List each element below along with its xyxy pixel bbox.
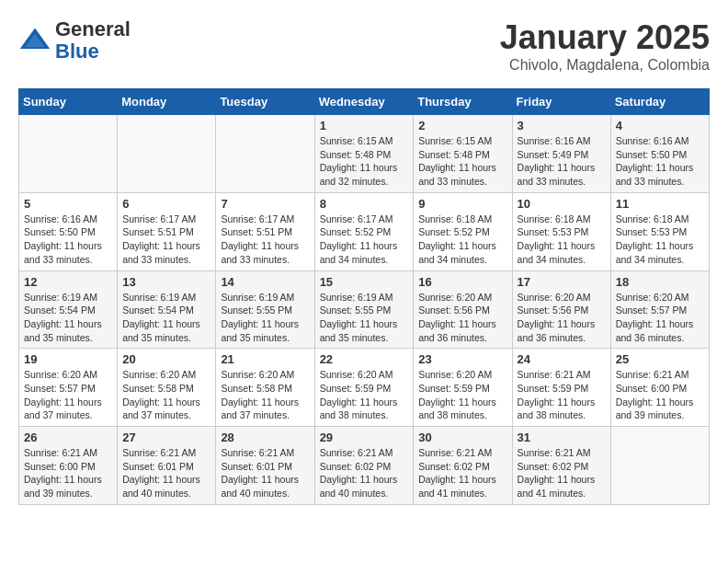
month-title: January 2025 bbox=[500, 18, 710, 57]
calendar-cell: 3Sunrise: 6:16 AM Sunset: 5:49 PM Daylig… bbox=[512, 115, 610, 193]
day-info: Sunrise: 6:21 AM Sunset: 6:01 PM Dayligh… bbox=[221, 446, 309, 500]
day-number: 1 bbox=[320, 119, 409, 132]
day-number: 2 bbox=[418, 119, 506, 132]
day-number: 6 bbox=[122, 197, 210, 211]
logo-blue-text: Blue bbox=[55, 40, 99, 63]
calendar-cell: 21Sunrise: 6:20 AM Sunset: 5:58 PM Dayli… bbox=[216, 349, 314, 427]
calendar-cell: 12Sunrise: 6:19 AM Sunset: 5:54 PM Dayli… bbox=[19, 270, 118, 349]
calendar-cell: 25Sunrise: 6:21 AM Sunset: 6:00 PM Dayli… bbox=[610, 349, 709, 427]
day-info: Sunrise: 6:18 AM Sunset: 5:53 PM Dayligh… bbox=[518, 213, 606, 267]
weekday-header-saturday: Saturday bbox=[610, 89, 709, 115]
day-number: 9 bbox=[418, 197, 506, 211]
day-info: Sunrise: 6:18 AM Sunset: 5:53 PM Dayligh… bbox=[616, 213, 704, 267]
calendar-cell: 27Sunrise: 6:21 AM Sunset: 6:01 PM Dayli… bbox=[118, 427, 216, 505]
weekday-header-tuesday: Tuesday bbox=[216, 89, 314, 115]
calendar-cell: 31Sunrise: 6:21 AM Sunset: 6:02 PM Dayli… bbox=[512, 427, 610, 505]
calendar-week-4: 19Sunrise: 6:20 AM Sunset: 5:57 PM Dayli… bbox=[19, 349, 710, 427]
weekday-header-friday: Friday bbox=[512, 89, 610, 115]
calendar-cell: 9Sunrise: 6:18 AM Sunset: 5:52 PM Daylig… bbox=[414, 192, 512, 270]
day-number: 4 bbox=[616, 119, 704, 132]
calendar-cell: 6Sunrise: 6:17 AM Sunset: 5:51 PM Daylig… bbox=[118, 192, 216, 270]
calendar-cell bbox=[216, 115, 314, 193]
day-number: 11 bbox=[616, 197, 704, 211]
day-number: 31 bbox=[518, 431, 606, 444]
day-number: 30 bbox=[418, 431, 506, 444]
logo-general-text: General bbox=[55, 17, 131, 40]
day-info: Sunrise: 6:19 AM Sunset: 5:54 PM Dayligh… bbox=[24, 291, 112, 345]
day-info: Sunrise: 6:19 AM Sunset: 5:55 PM Dayligh… bbox=[221, 291, 309, 345]
calendar-cell: 13Sunrise: 6:19 AM Sunset: 5:54 PM Dayli… bbox=[118, 270, 216, 349]
day-info: Sunrise: 6:19 AM Sunset: 5:54 PM Dayligh… bbox=[122, 291, 210, 345]
day-number: 21 bbox=[221, 352, 309, 366]
calendar-cell: 30Sunrise: 6:21 AM Sunset: 6:02 PM Dayli… bbox=[414, 427, 512, 505]
calendar-cell: 7Sunrise: 6:17 AM Sunset: 5:51 PM Daylig… bbox=[216, 192, 314, 270]
logo-icon bbox=[18, 24, 51, 57]
calendar-cell: 22Sunrise: 6:20 AM Sunset: 5:59 PM Dayli… bbox=[314, 349, 414, 427]
day-info: Sunrise: 6:21 AM Sunset: 6:00 PM Dayligh… bbox=[24, 446, 112, 500]
calendar-week-3: 12Sunrise: 6:19 AM Sunset: 5:54 PM Dayli… bbox=[19, 270, 710, 349]
calendar-cell: 2Sunrise: 6:15 AM Sunset: 5:48 PM Daylig… bbox=[414, 115, 512, 193]
calendar-cell: 5Sunrise: 6:16 AM Sunset: 5:50 PM Daylig… bbox=[19, 192, 118, 270]
day-info: Sunrise: 6:18 AM Sunset: 5:52 PM Dayligh… bbox=[418, 213, 506, 267]
day-info: Sunrise: 6:20 AM Sunset: 5:59 PM Dayligh… bbox=[418, 368, 506, 422]
day-info: Sunrise: 6:21 AM Sunset: 6:02 PM Dayligh… bbox=[518, 446, 606, 500]
day-info: Sunrise: 6:15 AM Sunset: 5:48 PM Dayligh… bbox=[320, 134, 409, 189]
day-info: Sunrise: 6:17 AM Sunset: 5:51 PM Dayligh… bbox=[122, 213, 210, 267]
calendar-cell: 20Sunrise: 6:20 AM Sunset: 5:58 PM Dayli… bbox=[118, 349, 216, 427]
calendar-cell: 29Sunrise: 6:21 AM Sunset: 6:02 PM Dayli… bbox=[314, 427, 414, 505]
day-info: Sunrise: 6:21 AM Sunset: 6:02 PM Dayligh… bbox=[320, 446, 409, 500]
day-number: 14 bbox=[221, 275, 309, 289]
calendar-cell: 16Sunrise: 6:20 AM Sunset: 5:56 PM Dayli… bbox=[414, 270, 512, 349]
calendar-cell: 14Sunrise: 6:19 AM Sunset: 5:55 PM Dayli… bbox=[216, 270, 314, 349]
calendar-cell: 15Sunrise: 6:19 AM Sunset: 5:55 PM Dayli… bbox=[314, 270, 414, 349]
weekday-header-row: SundayMondayTuesdayWednesdayThursdayFrid… bbox=[19, 89, 710, 115]
location-title: Chivolo, Magdalena, Colombia bbox=[500, 57, 710, 74]
day-info: Sunrise: 6:21 AM Sunset: 5:59 PM Dayligh… bbox=[518, 368, 606, 422]
weekday-header-thursday: Thursday bbox=[414, 89, 512, 115]
day-number: 20 bbox=[122, 352, 210, 366]
calendar-cell: 26Sunrise: 6:21 AM Sunset: 6:00 PM Dayli… bbox=[19, 427, 118, 505]
calendar-cell: 23Sunrise: 6:20 AM Sunset: 5:59 PM Dayli… bbox=[414, 349, 512, 427]
day-info: Sunrise: 6:20 AM Sunset: 5:56 PM Dayligh… bbox=[418, 291, 506, 345]
calendar-table: SundayMondayTuesdayWednesdayThursdayFrid… bbox=[18, 88, 710, 505]
day-number: 29 bbox=[320, 431, 409, 444]
calendar-cell: 1Sunrise: 6:15 AM Sunset: 5:48 PM Daylig… bbox=[314, 115, 414, 193]
day-info: Sunrise: 6:20 AM Sunset: 5:58 PM Dayligh… bbox=[221, 368, 309, 422]
day-info: Sunrise: 6:17 AM Sunset: 5:51 PM Dayligh… bbox=[221, 213, 309, 267]
day-number: 25 bbox=[616, 352, 704, 366]
day-info: Sunrise: 6:20 AM Sunset: 5:57 PM Dayligh… bbox=[616, 291, 704, 345]
calendar-cell: 4Sunrise: 6:16 AM Sunset: 5:50 PM Daylig… bbox=[610, 115, 709, 193]
page-header: General Blue January 2025 Chivolo, Magda… bbox=[18, 18, 710, 74]
day-number: 10 bbox=[518, 197, 606, 211]
day-info: Sunrise: 6:20 AM Sunset: 5:56 PM Dayligh… bbox=[518, 291, 606, 345]
day-info: Sunrise: 6:21 AM Sunset: 6:01 PM Dayligh… bbox=[122, 446, 210, 500]
day-number: 26 bbox=[24, 431, 112, 444]
day-info: Sunrise: 6:16 AM Sunset: 5:50 PM Dayligh… bbox=[24, 213, 112, 267]
weekday-header-monday: Monday bbox=[118, 89, 216, 115]
day-info: Sunrise: 6:20 AM Sunset: 5:59 PM Dayligh… bbox=[320, 368, 409, 422]
day-info: Sunrise: 6:21 AM Sunset: 6:02 PM Dayligh… bbox=[418, 446, 506, 500]
day-info: Sunrise: 6:20 AM Sunset: 5:57 PM Dayligh… bbox=[24, 368, 112, 422]
calendar-week-2: 5Sunrise: 6:16 AM Sunset: 5:50 PM Daylig… bbox=[19, 192, 710, 270]
calendar-cell: 17Sunrise: 6:20 AM Sunset: 5:56 PM Dayli… bbox=[512, 270, 610, 349]
day-number: 5 bbox=[24, 197, 112, 211]
day-number: 19 bbox=[24, 352, 112, 366]
calendar-cell: 28Sunrise: 6:21 AM Sunset: 6:01 PM Dayli… bbox=[216, 427, 314, 505]
logo: General Blue bbox=[18, 18, 131, 63]
calendar-cell bbox=[118, 115, 216, 193]
day-number: 15 bbox=[320, 275, 409, 289]
day-number: 28 bbox=[221, 431, 309, 444]
day-number: 12 bbox=[24, 275, 112, 289]
weekday-header-wednesday: Wednesday bbox=[314, 89, 414, 115]
day-info: Sunrise: 6:19 AM Sunset: 5:55 PM Dayligh… bbox=[320, 291, 409, 345]
calendar-cell: 8Sunrise: 6:17 AM Sunset: 5:52 PM Daylig… bbox=[314, 192, 414, 270]
day-number: 24 bbox=[518, 352, 606, 366]
day-number: 23 bbox=[418, 352, 506, 366]
calendar-cell: 18Sunrise: 6:20 AM Sunset: 5:57 PM Dayli… bbox=[610, 270, 709, 349]
calendar-cell bbox=[19, 115, 118, 193]
calendar-week-1: 1Sunrise: 6:15 AM Sunset: 5:48 PM Daylig… bbox=[19, 115, 710, 193]
day-number: 17 bbox=[518, 275, 606, 289]
day-number: 16 bbox=[418, 275, 506, 289]
calendar-cell bbox=[610, 427, 709, 505]
calendar-week-5: 26Sunrise: 6:21 AM Sunset: 6:00 PM Dayli… bbox=[19, 427, 710, 505]
